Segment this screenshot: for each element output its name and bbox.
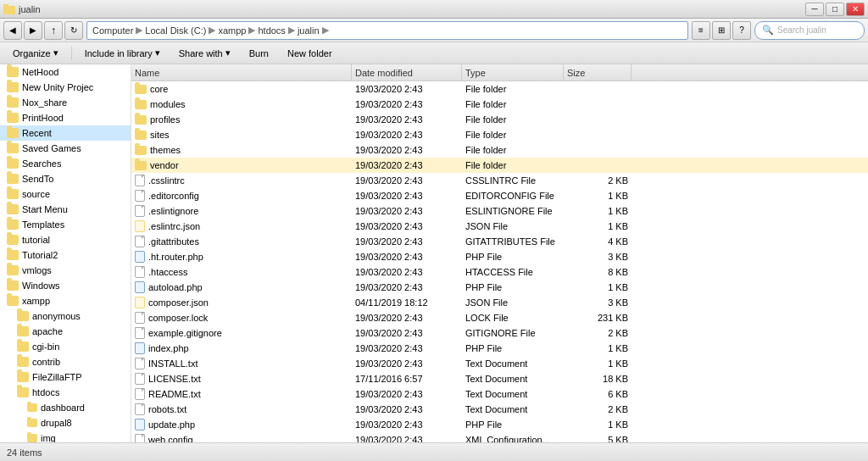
sidebar-item[interactable]: Tutorial2	[0, 247, 131, 263]
file-date: 19/03/2020 2:43	[352, 219, 462, 234]
table-row[interactable]: INSTALL.txt19/03/2020 2:43Text Document1…	[131, 356, 868, 371]
file-name-cell: .csslintrc	[131, 173, 352, 188]
table-row[interactable]: composer.json04/11/2019 18:12JSON File3 …	[131, 295, 868, 310]
sidebar-item[interactable]: NetHood	[0, 64, 131, 80]
file-date: 19/03/2020 2:43	[352, 127, 462, 142]
table-row[interactable]: .htaccess19/03/2020 2:43HTACCESS File8 K…	[131, 264, 868, 280]
search-box[interactable]: 🔍 Search jualin	[754, 21, 865, 40]
sidebar-item[interactable]: FileZillaFTP	[0, 369, 131, 385]
folder-icon	[7, 143, 19, 153]
json-file-icon	[135, 297, 145, 308]
file-name-cell: modules	[131, 97, 352, 112]
view-list-button[interactable]: ≡	[692, 21, 710, 40]
folder-icon	[17, 342, 29, 352]
folder-icon	[17, 387, 29, 397]
share-button[interactable]: Share with ▾	[171, 45, 238, 62]
sidebar-item[interactable]: contrib	[0, 354, 131, 369]
table-row[interactable]: themes19/03/2020 2:43File folder	[131, 142, 868, 158]
table-row[interactable]: update.php19/03/2020 2:43PHP File1 KB	[131, 417, 868, 432]
file-name: example.gitignore	[148, 328, 222, 338]
sidebar-item[interactable]: xampp	[0, 293, 131, 308]
table-row[interactable]: robots.txt19/03/2020 2:43Text Document2 …	[131, 402, 868, 417]
file-name-cell: sites	[131, 127, 352, 142]
close-button[interactable]: ✕	[846, 3, 865, 16]
burn-button[interactable]: Burn	[242, 45, 276, 62]
table-row[interactable]: composer.lock19/03/2020 2:43LOCK File231…	[131, 310, 868, 325]
column-date[interactable]: Date modified	[352, 64, 462, 81]
sidebar-item[interactable]: htdocs	[0, 385, 131, 400]
file-type: CSSLINTRC File	[462, 173, 564, 188]
include-library-button[interactable]: Include in library ▾	[77, 45, 168, 62]
table-row[interactable]: .csslintrc19/03/2020 2:43CSSLINTRC File2…	[131, 173, 868, 188]
column-type[interactable]: Type	[462, 64, 564, 81]
table-row[interactable]: profiles19/03/2020 2:43File folder	[131, 112, 868, 127]
forward-button[interactable]: ▶	[24, 21, 42, 40]
table-row[interactable]: sites19/03/2020 2:43File folder	[131, 127, 868, 142]
file-type: PHP File	[462, 249, 564, 264]
table-row[interactable]: index.php19/03/2020 2:43PHP File1 KB	[131, 341, 868, 356]
sidebar-item[interactable]: New Unity Projec	[0, 80, 131, 95]
file-type: EDITORCONFIG File	[462, 188, 564, 203]
sidebar-item[interactable]: vmlogs	[0, 263, 131, 278]
table-row[interactable]: .gitattributes19/03/2020 2:43GITATTRIBUT…	[131, 234, 868, 249]
sidebar-item[interactable]: Templates	[0, 217, 131, 232]
sidebar-item[interactable]: drupal8	[0, 415, 131, 430]
file-name: .eslintrc.json	[148, 221, 200, 231]
table-row[interactable]: example.gitignore19/03/2020 2:43GITIGNOR…	[131, 325, 868, 341]
breadcrumb-computer: Computer	[92, 25, 133, 36]
json-file-icon	[135, 220, 145, 232]
back-button[interactable]: ◀	[3, 21, 22, 40]
sidebar-item[interactable]: PrintHood	[0, 110, 131, 125]
file-size: 1 KB	[564, 341, 632, 356]
file-name-cell: README.txt	[131, 386, 352, 402]
folder-icon	[17, 372, 29, 382]
table-row[interactable]: .eslintignore19/03/2020 2:43ESLINTIGNORE…	[131, 203, 868, 219]
sidebar-item[interactable]: dashboard	[0, 400, 131, 415]
php-file-icon	[135, 419, 145, 430]
file-name: robots.txt	[148, 404, 186, 414]
sidebar-item[interactable]: SendTo	[0, 171, 131, 186]
organize-button[interactable]: Organize ▾	[5, 45, 66, 62]
table-row[interactable]: .eslintrc.json19/03/2020 2:43JSON File1 …	[131, 219, 868, 234]
file-date: 17/11/2016 6:57	[352, 371, 462, 386]
table-row[interactable]: LICENSE.txt17/11/2016 6:57Text Document1…	[131, 371, 868, 386]
table-row[interactable]: autoload.php19/03/2020 2:43PHP File1 KB	[131, 280, 868, 295]
sidebar-item[interactable]: source	[0, 186, 131, 202]
sidebar-item[interactable]: anonymous	[0, 308, 131, 324]
refresh-button[interactable]: ↻	[64, 21, 83, 40]
maximize-button[interactable]: □	[826, 3, 844, 16]
burn-label: Burn	[249, 48, 269, 58]
sidebar-item[interactable]: tutorial	[0, 232, 131, 247]
share-chevron-icon: ▾	[225, 47, 231, 58]
table-row[interactable]: core19/03/2020 2:43File folder	[131, 81, 868, 97]
column-size[interactable]: Size	[564, 64, 632, 81]
new-folder-button[interactable]: New folder	[280, 45, 340, 62]
table-row[interactable]: web.config19/03/2020 2:43XML Configurati…	[131, 432, 868, 442]
sidebar-item[interactable]: Recent	[0, 125, 131, 141]
sidebar-item[interactable]: img	[0, 430, 131, 442]
view-icons-button[interactable]: ⊞	[712, 21, 731, 40]
sidebar-item[interactable]: Nox_share	[0, 95, 131, 110]
table-row[interactable]: .editorconfig19/03/2020 2:43EDITORCONFIG…	[131, 188, 868, 203]
address-path[interactable]: Computer ▶ Local Disk (C:) ▶ xampp ▶ htd…	[86, 21, 688, 40]
help-button[interactable]: ?	[732, 21, 751, 40]
file-date: 19/03/2020 2:43	[352, 280, 462, 295]
table-row[interactable]: modules19/03/2020 2:43File folder	[131, 97, 868, 112]
sidebar-item[interactable]: Searches	[0, 156, 131, 171]
sidebar-item[interactable]: Start Menu	[0, 202, 131, 217]
sidebar-item-label: htdocs	[32, 387, 59, 397]
file-size: 8 KB	[564, 264, 632, 280]
sidebar-item[interactable]: cgi-bin	[0, 339, 131, 354]
folder-icon	[7, 67, 19, 77]
sidebar-item[interactable]: Windows	[0, 278, 131, 293]
folder-icon	[17, 326, 29, 336]
sidebar-item[interactable]: apache	[0, 324, 131, 339]
up-button[interactable]: ↑	[44, 21, 63, 40]
sidebar-item[interactable]: Saved Games	[0, 141, 131, 156]
table-row[interactable]: vendor19/03/2020 2:43File folder	[131, 158, 868, 173]
table-row[interactable]: .ht.router.php19/03/2020 2:43PHP File3 K…	[131, 249, 868, 264]
minimize-button[interactable]: ─	[805, 3, 824, 16]
file-name-cell: .ht.router.php	[131, 249, 352, 264]
table-row[interactable]: README.txt19/03/2020 2:43Text Document6 …	[131, 386, 868, 402]
column-name[interactable]: Name	[131, 64, 352, 81]
